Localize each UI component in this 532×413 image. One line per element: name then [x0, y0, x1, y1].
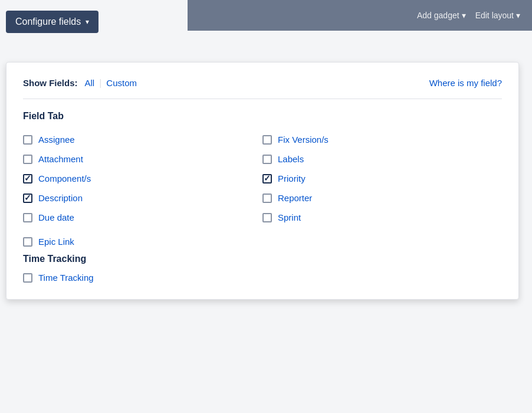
label-due-date[interactable]: Due date [38, 212, 74, 222]
field-tab-heading: Field Tab [23, 111, 502, 122]
field-item-due-date: Due date [23, 208, 262, 227]
checkbox-time-tracking[interactable] [23, 273, 32, 283]
tab-divider: | [98, 78, 103, 88]
configure-fields-chevron-icon: ▾ [86, 18, 89, 26]
field-item-assignee: Assignee [23, 130, 262, 149]
add-gadget-button[interactable]: Add gadget ▾ [417, 11, 466, 20]
checkbox-fix-versions[interactable] [262, 135, 272, 145]
edit-layout-button[interactable]: Edit layout ▾ [475, 11, 520, 20]
top-bar-actions: Add gadget ▾ Edit layout ▾ [417, 11, 520, 20]
field-item-components: Component/s [23, 169, 262, 188]
tab-custom[interactable]: Custom [103, 77, 140, 89]
configure-fields-dropdown: Show Fields: All | Custom Where is my fi… [6, 62, 519, 300]
label-time-tracking[interactable]: Time Tracking [38, 273, 94, 283]
edit-layout-chevron-icon: ▾ [516, 11, 520, 20]
checkbox-sprint[interactable] [262, 213, 272, 222]
field-item-attachment: Attachment [23, 149, 262, 169]
tab-all[interactable]: All [81, 77, 98, 89]
where-is-my-field-link[interactable]: Where is my field? [429, 78, 502, 88]
show-fields-row: Show Fields: All | Custom Where is my fi… [23, 77, 502, 89]
checkbox-due-date[interactable] [23, 213, 32, 222]
field-item-reporter: Reporter [262, 188, 502, 208]
label-epic-link[interactable]: Epic Link [38, 237, 74, 247]
field-item-fix-versions: Fix Version/s [262, 130, 502, 149]
label-sprint[interactable]: Sprint [278, 212, 301, 222]
checkbox-epic-link[interactable] [23, 237, 32, 247]
field-item-labels: Labels [262, 149, 502, 169]
field-item-time-tracking: Time Tracking [23, 270, 502, 285]
add-gadget-label: Add gadget [417, 11, 459, 20]
label-components[interactable]: Component/s [38, 173, 91, 183]
field-item-sprint: Sprint [262, 208, 502, 227]
checkbox-components[interactable] [23, 174, 32, 183]
time-tracking-heading: Time Tracking [23, 254, 502, 264]
show-fields-label: Show Fields: [23, 78, 78, 88]
checkbox-reporter[interactable] [262, 194, 272, 203]
checkbox-assignee[interactable] [23, 135, 32, 145]
checkbox-labels[interactable] [262, 155, 272, 164]
edit-layout-label: Edit layout [475, 11, 514, 20]
field-item-priority: Priority [262, 169, 502, 188]
label-attachment[interactable]: Attachment [38, 154, 83, 164]
configure-fields-label: Configure fields [15, 17, 81, 27]
checkbox-description[interactable] [23, 194, 32, 203]
field-item-description: Description [23, 188, 262, 208]
label-priority[interactable]: Priority [278, 173, 306, 183]
checkbox-attachment[interactable] [23, 155, 32, 164]
label-description[interactable]: Description [38, 193, 83, 203]
checkbox-priority[interactable] [262, 174, 272, 183]
configure-fields-button[interactable]: Configure fields ▾ [6, 11, 98, 33]
label-fix-versions[interactable]: Fix Version/s [278, 135, 329, 145]
field-item-epic-link: Epic Link [23, 232, 502, 251]
top-bar: Add gadget ▾ Edit layout ▾ [188, 0, 532, 31]
separator [23, 99, 502, 99]
label-reporter[interactable]: Reporter [278, 193, 312, 203]
add-gadget-chevron-icon: ▾ [462, 11, 466, 20]
label-labels[interactable]: Labels [278, 154, 304, 164]
fields-grid: Assignee Fix Version/s Attachment Labels… [23, 130, 502, 227]
show-fields-tabs: Show Fields: All | Custom [23, 77, 140, 89]
label-assignee[interactable]: Assignee [38, 135, 75, 145]
time-tracking-section: Time Tracking Time Tracking [23, 254, 502, 285]
